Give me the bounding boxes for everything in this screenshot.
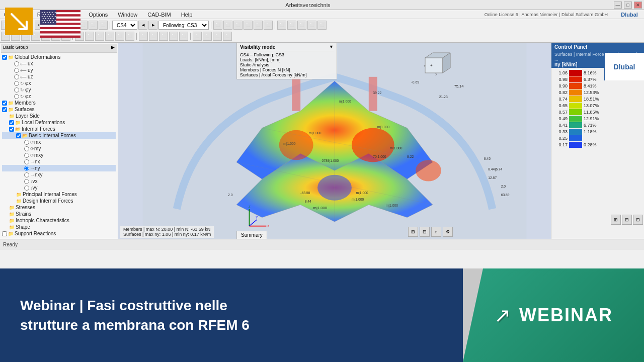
tree-radio-vy[interactable] [24,186,29,191]
summary-tab-label[interactable]: Summary [236,231,267,239]
menu-window[interactable]: Window [116,12,139,18]
close-button[interactable]: ✕ [634,2,642,9]
tb-btn-i[interactable]: ⬜ [297,21,306,30]
tb-btn-cs-prev[interactable]: ◀ [138,21,147,30]
tb-btn-s1[interactable]: ⬜ [139,32,148,41]
vp-icon-1[interactable]: ⊞ [408,227,418,237]
tb-btn-j[interactable]: ⬜ [307,21,316,30]
tree-radio-ny[interactable] [24,166,29,171]
tree-item-my[interactable]: ⟳ my [2,145,116,152]
tree-item-strains[interactable]: 📁 Strains [2,211,116,217]
tree-item-basic-int-forces[interactable]: 📂 Basic Internal Forces [2,132,116,139]
vp-icon-settings[interactable]: ⚙ [443,227,453,237]
tree-radio-ux[interactable] [14,61,19,66]
menu-help[interactable]: Help [179,12,195,18]
menu-options[interactable]: Options [87,12,110,18]
tb-btn-g[interactable]: ⬜ [277,21,286,30]
vp-icon-home[interactable]: ⌂ [431,227,441,237]
rp-icon-1[interactable]: ⊞ [611,215,621,225]
tree-radio-mxy[interactable] [24,153,29,158]
tree-radio-py[interactable] [14,87,19,93]
tree-item-mx[interactable]: ⟳ mx [2,139,116,145]
tb-btn-r2[interactable]: ⬜ [85,32,94,41]
tb-btn-f[interactable]: ⬜ [264,21,273,30]
tb-btn-x4[interactable]: ⬜ [223,32,232,41]
tb-btn-x1[interactable]: ⬜ [193,32,202,41]
tree-item-members[interactable]: 📁 Members [2,100,116,106]
tree-item-support-reactions[interactable]: 📁 Support Reactions [2,230,116,237]
tree-cb-support[interactable] [2,231,7,236]
tree-item-ny[interactable]: → ny [2,165,116,171]
tree-item-vy[interactable]: ↓ vy [2,185,116,191]
tree-item-pz[interactable]: ↻ φz [2,93,116,100]
tb-btn-h[interactable]: ⬜ [287,21,296,30]
vp-icon-2[interactable]: ⊟ [420,227,430,237]
nav-cube[interactable]: + Y X [418,48,453,83]
tree-item-design-int[interactable]: 📁 Design Internal Forces [2,198,116,204]
cs4-dropdown[interactable]: CS4 CS3 CS2 CS1 [112,21,137,30]
tree-item-surfaces[interactable]: 📁 Surfaces [2,106,116,113]
tb-btn-4[interactable]: ⬜ [89,21,98,30]
tb-btn-x3[interactable]: ⬜ [213,32,222,41]
tree-cb-int-forces[interactable] [9,127,14,132]
tree-cb-surfaces[interactable] [2,107,7,112]
tree-cb-distrib[interactable] [2,238,7,238]
tree-item-shape[interactable]: 📁 Shape [2,224,116,230]
tb-btn-d[interactable]: ⬜ [244,21,253,30]
tree-item-stresses[interactable]: 📁 Stresses [2,204,116,211]
tb-btn-cs-next[interactable]: ▶ [148,21,157,30]
vis-mode-close[interactable]: ▼ [329,44,334,50]
tree-item-isotropic[interactable]: 📁 Isotropic Characteristics [2,217,116,224]
tb-btn-r4[interactable]: ⬜ [105,32,114,41]
tree-item-mxy[interactable]: ⟳ mxy [2,152,116,158]
tb-btn-e[interactable]: ⬜ [254,21,263,30]
tb-btn-s3[interactable]: ⬜ [159,32,168,41]
tree-radio-uy[interactable] [14,68,19,73]
tree-item-global-deformations[interactable]: 📁 Global Deformations [2,54,116,60]
tree-item-internal-forces[interactable]: 📂 Internal Forces [2,126,116,132]
tb-btn-s4[interactable]: ⬜ [169,32,178,41]
menu-cad-bim[interactable]: CAD-BIM [145,12,173,18]
tree-item-vx[interactable]: ↓ vx [2,178,116,185]
tree-item-py[interactable]: ↻ φy [2,86,116,93]
tb-btn-x2[interactable]: ⬜ [203,32,212,41]
maximize-button[interactable]: □ [624,2,632,9]
tree-header-expand[interactable]: ▶ [111,45,115,51]
tb-btn-s2[interactable]: ⬜ [149,32,158,41]
tree-radio-nxy[interactable] [24,172,29,177]
tree-cb-local-def[interactable] [9,120,14,125]
tree-item-distrib-loads[interactable]: 📁 Distribution of Loads [2,237,116,238]
viewport[interactable]: Visibility mode ▼ CS4 – Following: CS3 L… [118,43,551,239]
tree-radio-my[interactable] [24,146,29,151]
tree-cb-members[interactable] [2,101,7,106]
tree-item-nxy[interactable]: → nxy [2,171,116,178]
tree-radio-mx[interactable] [24,140,29,145]
tree-radio-px[interactable] [14,81,19,86]
tree-item-layer-side[interactable]: 📁 Layer Side [2,113,116,119]
tree-item-uy[interactable]: ⟵ uy [2,67,116,73]
tb-btn-r6[interactable]: ⬜ [125,32,134,41]
tb-btn-c[interactable]: ⬜ [233,21,243,30]
minimize-button[interactable]: — [614,2,622,9]
tree-radio-nx[interactable] [24,159,29,164]
tb-btn-b[interactable]: ⬜ [223,21,232,30]
tree-cb-global-def[interactable] [2,55,7,60]
tree-radio-vx[interactable] [24,179,29,184]
tree-radio-pz[interactable] [14,94,19,99]
rp-icon-3[interactable]: ⊡ [633,215,643,225]
tree-item-local-def[interactable]: 📁 Local Deformations [2,119,116,126]
tree-item-nx[interactable]: → nx [2,158,116,165]
tree-item-uz[interactable]: ⟵ uz [2,73,116,80]
tree-radio-uz[interactable] [14,74,19,79]
tree-cb-basic-int[interactable] [16,133,21,138]
summary-tab[interactable]: Summary [236,230,267,239]
tb-btn-a[interactable]: ⬜ [213,21,222,30]
tree-item-ux[interactable]: ⟵ ux [2,60,116,67]
tb-btn-k[interactable]: ⬜ [317,21,327,30]
tb-btn-r3[interactable]: ⬜ [95,32,104,41]
rp-icon-2[interactable]: ⊟ [622,215,632,225]
tb-btn-5[interactable]: ⬜ [99,21,108,30]
tb-btn-s5[interactable]: ⬜ [179,32,188,41]
tree-item-px[interactable]: ↻ φx [2,80,116,86]
tb-btn-r5[interactable]: ⬜ [115,32,124,41]
